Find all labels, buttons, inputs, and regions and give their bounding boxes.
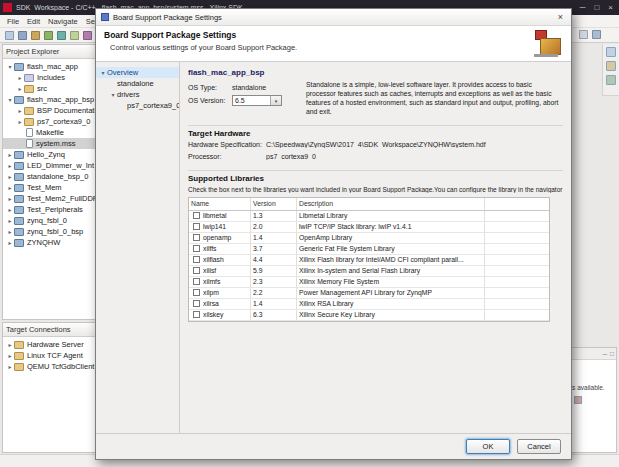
xilskey[interactable]: xilskey 6.3 Xilinx Secure Key Library: [189, 310, 549, 321]
library-checkbox[interactable]: [193, 311, 200, 318]
library-description: Libmetal Library: [297, 211, 485, 221]
tree-item-label: Hello_Zynq: [27, 150, 65, 159]
libmetal[interactable]: libmetal 1.3 Libmetal Library: [189, 211, 549, 222]
expand-arrow-icon[interactable]: [6, 184, 14, 191]
dialog-nav-item[interactable]: drivers: [96, 89, 179, 100]
program-fpga-icon[interactable]: [44, 31, 53, 40]
expand-arrow-icon[interactable]: [6, 96, 14, 103]
expand-arrow-icon[interactable]: [99, 69, 107, 76]
maximize-button[interactable]: □: [594, 3, 599, 12]
hw-spec-label: Hardware Specification:: [188, 141, 266, 148]
expand-arrow-icon[interactable]: [6, 228, 14, 235]
library-checkbox[interactable]: [193, 278, 200, 285]
menu-item[interactable]: Navigate: [44, 16, 82, 27]
expand-arrow-icon[interactable]: [6, 217, 14, 224]
library-description: Power Management API Library for ZynqMP: [297, 288, 485, 298]
expand-arrow-icon[interactable]: [6, 173, 14, 180]
outline-view-icon[interactable]: [606, 61, 616, 71]
expand-arrow-icon[interactable]: [6, 363, 14, 370]
cancel-button[interactable]: Cancel: [517, 439, 561, 454]
library-name: openamp: [203, 234, 231, 241]
library-checkbox[interactable]: [193, 234, 200, 241]
dialog-nav-label: Overview: [107, 68, 138, 77]
dialog-nav-label: ps7_cortexa9_0: [127, 101, 180, 110]
processor-value: ps7_cortexa9_0: [266, 153, 316, 160]
quick-access-icon[interactable]: [579, 30, 588, 39]
library-name: xilflash: [203, 256, 224, 263]
library-version: 1.3: [251, 211, 297, 221]
expand-arrow-icon[interactable]: [6, 352, 14, 359]
os-type-value: standalone: [232, 84, 266, 91]
expand-arrow-icon[interactable]: [6, 206, 14, 213]
library-version: 2.2: [251, 288, 297, 298]
os-description: Standalone is a simple, low-level softwa…: [300, 81, 563, 117]
library-checkbox[interactable]: [193, 212, 200, 219]
maximize-panel-icon[interactable]: □: [610, 350, 614, 357]
libraries-instruction: Check the box next to the libraries you …: [188, 186, 563, 193]
xilffs[interactable]: xilffs 3.7 Generic Fat File System Libra…: [189, 244, 549, 255]
expand-arrow-icon[interactable]: [6, 162, 14, 169]
openamp[interactable]: openamp 1.4 OpenAmp Library: [189, 233, 549, 244]
xilmfs[interactable]: xilmfs 2.3 Xilinx Memory File System: [189, 277, 549, 288]
dialog-nav-item[interactable]: ps7_cortexa9_0: [96, 100, 179, 111]
dialog-nav-item[interactable]: standalone: [96, 78, 179, 89]
library-version: 3.7: [251, 244, 297, 254]
build-icon[interactable]: [31, 31, 40, 40]
library-checkbox[interactable]: [193, 256, 200, 263]
new-wizard-icon[interactable]: [5, 31, 14, 40]
xilpm[interactable]: xilpm 2.2 Power Management API Library f…: [189, 288, 549, 299]
save-icon[interactable]: [18, 31, 27, 40]
dialog-content: flash_mac_app_bsp OS Type: standalone OS…: [180, 62, 571, 433]
dialog-heading: Board Support Package Settings: [104, 30, 563, 40]
column-version: Version: [251, 198, 297, 210]
tree-item-label: Test_Mem2_FullDDR: [27, 194, 98, 203]
expand-arrow-icon[interactable]: [6, 239, 14, 246]
lwip141[interactable]: lwip141 2.0 lwIP TCP/IP Stack library: l…: [189, 222, 549, 233]
restore-panel-icon[interactable]: [606, 47, 616, 57]
tree-item-label: flash_mac_app: [27, 62, 78, 71]
close-icon[interactable]: ×: [555, 12, 566, 22]
expand-arrow-icon[interactable]: [16, 107, 24, 114]
item-type-icon: [26, 128, 33, 137]
expand-arrow-icon[interactable]: [6, 195, 14, 202]
target-connections-title: Target Connections: [6, 325, 71, 334]
library-name: xilffs: [203, 245, 216, 252]
cpp-perspective-icon[interactable]: [592, 30, 601, 39]
library-checkbox[interactable]: [193, 267, 200, 274]
tree-item-label: zynq_fsbl_0: [27, 216, 67, 225]
chevron-down-icon[interactable]: ▾: [270, 96, 281, 105]
expand-arrow-icon[interactable]: [6, 63, 14, 70]
xilrsa[interactable]: xilrsa 1.4 Xilinx RSA Library: [189, 299, 549, 310]
library-checkbox[interactable]: [193, 300, 200, 307]
expand-arrow-icon[interactable]: [109, 91, 117, 98]
expand-arrow-icon[interactable]: [16, 74, 24, 81]
menu-item[interactable]: File: [3, 16, 23, 27]
external-tools-icon[interactable]: [83, 31, 92, 40]
terminal-icon[interactable]: [574, 396, 582, 404]
dialog-subtitle: Control various settings of your Board S…: [110, 43, 563, 52]
library-checkbox[interactable]: [193, 289, 200, 296]
dialog-nav-item[interactable]: Overview: [96, 67, 179, 78]
expand-arrow-icon[interactable]: [16, 118, 24, 125]
library-version: 4.4: [251, 255, 297, 265]
bsp-name: flash_mac_app_bsp: [188, 68, 563, 77]
os-version-select[interactable]: 6.5 ▾: [232, 95, 282, 106]
xilflash[interactable]: xilflash 4.4 Xilinx Flash library for In…: [189, 255, 549, 266]
debug-icon[interactable]: [57, 31, 66, 40]
minimize-button[interactable]: ─: [580, 3, 586, 12]
run-icon[interactable]: [70, 31, 79, 40]
library-description: Xilinx Flash library for Intel/AMD CFI c…: [297, 255, 485, 265]
expand-arrow-icon[interactable]: [6, 341, 14, 348]
debug-perspective-icon[interactable]: [606, 75, 616, 85]
item-type-icon: [14, 96, 24, 104]
ok-button[interactable]: OK: [466, 439, 510, 454]
xilisf[interactable]: xilisf 5.9 Xilinx In-system and Serial F…: [189, 266, 549, 277]
minimize-panel-icon[interactable]: ─: [602, 350, 607, 357]
menu-item[interactable]: Edit: [23, 16, 44, 27]
expand-arrow-icon[interactable]: [6, 151, 14, 158]
library-checkbox[interactable]: [193, 245, 200, 252]
library-checkbox[interactable]: [193, 223, 200, 230]
expand-arrow-icon[interactable]: [16, 85, 24, 92]
item-type-icon: [14, 151, 24, 159]
close-button[interactable]: ×: [608, 3, 613, 12]
